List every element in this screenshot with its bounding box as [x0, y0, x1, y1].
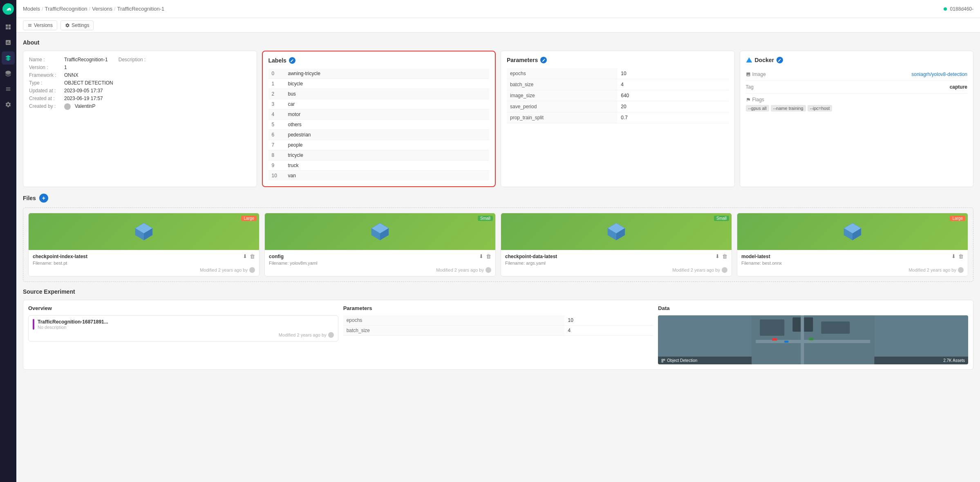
about-name-label: Name :: [29, 57, 62, 62]
exp-params-title: Parameters: [343, 305, 653, 311]
breadcrumb-version-name[interactable]: TrafficRecognition-1: [117, 6, 165, 12]
topbar-right: 0188d460-: [944, 6, 973, 12]
about-createdby-row: Created by : ValentinP: [29, 103, 251, 110]
param-value-1: 4: [618, 79, 728, 90]
toolbar: Versions Settings: [16, 18, 980, 33]
about-framework-value: ONNX: [64, 72, 78, 78]
about-createdby-value: ValentinP: [75, 103, 95, 110]
flag-tag-1: --name training: [771, 105, 806, 112]
about-updated-row: Updated at : 2023-09-05 17:37: [29, 88, 251, 94]
param-value-4: 0.7: [618, 112, 728, 123]
sidebar-icon-data[interactable]: [2, 67, 15, 80]
about-framework-row: Framework : ONNX: [29, 72, 251, 78]
exp-param-row-0: epochs10: [343, 315, 653, 326]
file-cube-icon-3: [842, 221, 863, 242]
flags-label: Flags: [746, 97, 968, 103]
label-name-1: bicycle: [285, 79, 490, 89]
breadcrumb-versions[interactable]: Versions: [92, 6, 112, 12]
exp-param-key-1: batch_size: [343, 326, 565, 336]
versions-button[interactable]: Versions: [23, 20, 57, 30]
docker-edit-button[interactable]: [776, 57, 783, 63]
file-download-1[interactable]: ⬇: [479, 253, 483, 259]
sidebar-icon-settings[interactable]: [2, 98, 15, 111]
sidebar: [0, 0, 16, 482]
parameters-edit-button[interactable]: [540, 57, 547, 63]
file-badge-0: Large: [241, 216, 257, 221]
about-updated-label: Updated at :: [29, 88, 62, 94]
app-logo[interactable]: [2, 3, 14, 15]
file-name-row-3: model-latest ⬇ 🗑: [741, 253, 964, 259]
file-delete-3[interactable]: 🗑: [958, 253, 964, 259]
breadcrumb-models[interactable]: Models: [23, 6, 40, 12]
docker-icon: [746, 57, 752, 63]
label-name-0: awning-tricycle: [285, 69, 490, 79]
image-icon: [746, 72, 751, 77]
docker-tag-value: capture: [950, 84, 967, 90]
main-area: Models / TrafficRecognition / Versions /…: [16, 0, 980, 482]
sidebar-icon-deployments[interactable]: [2, 83, 15, 96]
label-name-5: others: [285, 120, 490, 130]
about-name-value: TrafficRecognition-1: [64, 57, 108, 62]
param-row-3: save_period20: [507, 101, 729, 112]
exp-params-panel: Parameters epochs10batch_size4: [343, 305, 653, 364]
label-index-10: 10: [268, 171, 285, 181]
label-name-6: pedestrian: [285, 130, 490, 140]
settings-button[interactable]: Settings: [60, 20, 94, 30]
file-delete-2[interactable]: 🗑: [722, 253, 727, 259]
file-name-3: model-latest: [741, 254, 770, 259]
sidebar-icon-dashboard[interactable]: [2, 20, 15, 33]
flag-tag-0: --gpus all: [746, 105, 769, 112]
label-name-2: bus: [285, 89, 490, 99]
file-avatar-1: [486, 267, 491, 273]
docker-header: Docker: [746, 57, 968, 63]
file-cube-icon-2: [606, 221, 626, 242]
file-filename-1: Filename: yolov8m.yaml: [269, 261, 491, 266]
add-file-button[interactable]: +: [39, 194, 48, 203]
label-name-9: truck: [285, 161, 490, 171]
file-delete-1[interactable]: 🗑: [486, 253, 491, 259]
labels-edit-button[interactable]: [289, 57, 295, 64]
file-download-3[interactable]: ⬇: [951, 253, 956, 259]
label-index-9: 9: [268, 161, 285, 171]
sidebar-icon-experiments[interactable]: [2, 36, 15, 49]
file-cube-icon-0: [134, 221, 154, 242]
labels-panel: Labels 0awning-tricycle1bicycle2bus3car4…: [262, 51, 496, 187]
file-delete-0[interactable]: 🗑: [250, 253, 255, 259]
file-name-row-0: checkpoint-index-latest ⬇ 🗑: [33, 253, 255, 259]
file-thumb-2: Small: [501, 213, 732, 250]
param-key-0: epochs: [507, 68, 618, 79]
exp-overview-title: Overview: [28, 305, 338, 311]
files-section-header: Files +: [23, 194, 973, 203]
file-download-0[interactable]: ⬇: [243, 253, 247, 259]
flags-container: --gpus all--name training--ipc=host: [746, 105, 968, 112]
param-key-1: batch_size: [507, 79, 618, 90]
labels-table: 0awning-tricycle1bicycle2bus3car4motor5o…: [268, 69, 490, 181]
parameters-title: Parameters: [507, 57, 538, 63]
file-download-2[interactable]: ⬇: [715, 253, 720, 259]
settings-label: Settings: [72, 22, 89, 28]
label-name-10: van: [285, 171, 490, 181]
sidebar-icon-models[interactable]: [2, 51, 15, 65]
breadcrumb-recognition[interactable]: TrafficRecognition: [45, 6, 87, 12]
docker-image-value: soniagrh/yolov8-detection: [911, 71, 967, 77]
about-avatar: [64, 103, 71, 110]
labels-header: Labels: [268, 57, 490, 64]
about-type-value: OBJECT DETECTION: [64, 80, 113, 86]
parameters-header: Parameters: [507, 57, 729, 63]
topbar: Models / TrafficRecognition / Versions /…: [16, 0, 980, 18]
file-filename-3: Filename: best.onnx: [741, 261, 964, 266]
data-thumbnail[interactable]: Object Detection 2.7K Assets: [658, 315, 968, 364]
file-cube-icon-1: [370, 221, 390, 242]
label-name-4: motor: [285, 109, 490, 120]
file-avatar-0: [249, 267, 255, 273]
about-name-row: Name : TrafficRecognition-1 Description …: [29, 57, 251, 62]
exp-item[interactable]: TrafficRecognition-16871891... No descri…: [28, 315, 338, 341]
svg-rect-22: [801, 315, 804, 364]
label-index-7: 7: [268, 140, 285, 150]
about-created-label: Created at :: [29, 96, 62, 101]
param-key-4: prop_train_split: [507, 112, 618, 123]
about-panel: Name : TrafficRecognition-1 Description …: [23, 51, 257, 187]
file-card-0: Large checkpoint-index-latest ⬇ 🗑 Filena…: [28, 213, 260, 277]
file-info-1: config ⬇ 🗑 Filename: yolov8m.yaml Modifi…: [265, 250, 495, 276]
exp-overview-panel: Overview TrafficRecognition-16871891... …: [28, 305, 338, 364]
